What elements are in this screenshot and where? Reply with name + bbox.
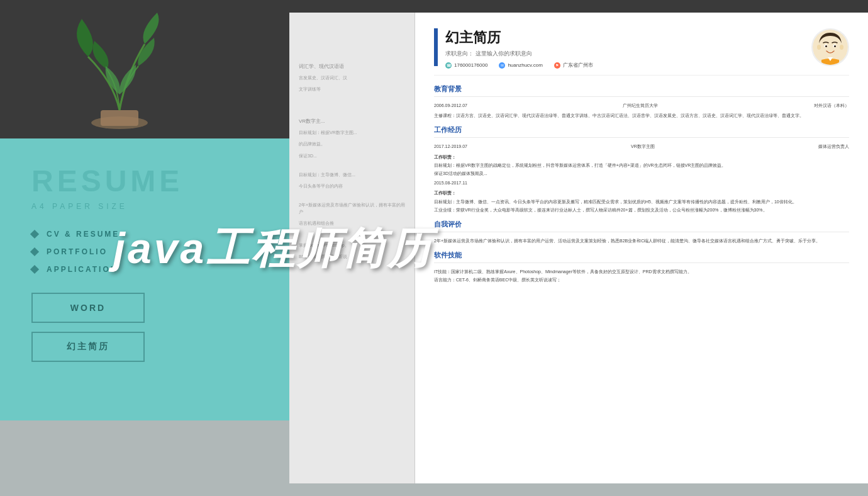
doc-self-title: 自我评价: [434, 220, 849, 232]
doc-left-text-1: 词汇学、现代汉语语: [299, 63, 405, 70]
doc-skill-2: 语言能力：CET-6、剑桥商务英语BEC中级、撰长英文听说读写；: [434, 276, 849, 283]
doc-work2-achievement: 工业业绩：荣获VR行业金奖，大众电影等高级软文，接连来访行业达标人士，撰写人物采…: [434, 206, 849, 213]
doc-work-row2: 2015.08-2017.11: [434, 179, 849, 188]
doc-work1-date: 2017.12-2019.07: [434, 143, 467, 150]
doc-edu-school: 广州纪生简历大学: [623, 102, 658, 109]
doc-work-title: 工作经历: [434, 125, 849, 138]
diamond-icon-3: [30, 265, 39, 274]
doc-skills-title: 软件技能: [434, 251, 849, 263]
doc-work2-role: 工作职责：: [434, 189, 849, 196]
doc-work1-role: 工作职责：: [434, 154, 849, 161]
doc-intent-label: 求职意向：: [445, 50, 474, 57]
svg-rect-1: [101, 110, 138, 126]
doc-work1-pos: 媒体运营负责人: [818, 143, 849, 150]
doc-blue-bar: [434, 28, 438, 66]
resume-title: RESUME: [31, 164, 270, 198]
doc-work2-desc: 目标规划：主导微博、微信、一点资讯、今日头条等平台的内容更新及搬写，精准匹配受众…: [434, 198, 849, 205]
doc-avatar: [811, 28, 849, 66]
doc-left-text-10: 2年+新媒体运营及市场推广体验和认识，拥有丰富的用户: [299, 202, 405, 215]
doc-location: ⚑ 广东省广州市: [554, 62, 593, 69]
button-group: WORD 幻主简历: [31, 293, 270, 362]
doc-work1-desc: 目标规划：根据VR数字主图的战略定位，系统规划粉丝，抖音等新媒体运营体系，打造「…: [434, 162, 849, 169]
doc-contact-row: ☎ 176000176000 ✉ huanzhucv.com ⚑ 广东省广州市: [445, 62, 811, 69]
diamond-icon-2: [30, 247, 39, 256]
menu-label-cv: CV & RESUME: [47, 230, 120, 239]
word-button[interactable]: WORD: [31, 293, 145, 323]
huanzhu-button[interactable]: 幻主简历: [31, 332, 145, 362]
diamond-icon: [30, 230, 39, 239]
left-panel: RESUME A4 PAPER SIZE CV & RESUME PORTFOL…: [0, 138, 302, 420]
svg-point-8: [840, 45, 843, 50]
doc-work2-date: 2015.08-2017.11: [434, 179, 467, 186]
doc-work1-cont: 保证3D活动的媒体预期及...: [434, 170, 849, 177]
doc-edu-date: 2006.09-2012.07: [434, 102, 467, 109]
doc-email: ✉ huanzhucv.com: [499, 62, 542, 69]
doc-skill-1: IT技能：国家计算机二级、熟练掌握Axure、Photoshop、Mindman…: [434, 268, 849, 275]
doc-left-text-8: 目标规划：主导微博、微信...: [299, 172, 405, 179]
doc-work1-company: VR数字主图: [631, 143, 655, 150]
doc-header: 幻主简历 求职意向： 这里输入你的求职意向 ☎ 176000176000 ✉ h…: [434, 28, 849, 76]
doc-left-text-6: 的品牌效益。: [299, 141, 405, 148]
doc-self-content: 2年+新媒体运营及市场推广体验和认识，拥有丰富的用户运营、活动运营及文案策划经验…: [434, 237, 849, 244]
doc-intent: 求职意向： 这里输入你的求职意向: [445, 50, 811, 58]
doc-edu-row: 2006.09-2012.07 广州纪生简历大学 对外汉语（本科）: [434, 102, 849, 110]
phone-icon: ☎: [445, 62, 452, 69]
doc-left-text-2: 言发展史、汉语词汇、汉: [299, 75, 405, 81]
doc-education-title: 教育背景: [434, 84, 849, 97]
resume-subtitle: A4 PAPER SIZE: [31, 202, 270, 211]
menu-label-portfolio: PORTFOLIO: [47, 247, 108, 256]
doc-edu-degree: 对外汉语（本科）: [814, 102, 849, 109]
doc-left-text-7: 保证3D...: [299, 153, 405, 159]
svg-point-5: [825, 45, 827, 47]
email-icon: ✉: [499, 62, 505, 69]
doc-left-text-4: VR数字主...: [299, 118, 405, 125]
doc-intent-value: 这里输入你的求职意向: [476, 50, 532, 57]
doc-name-block: 幻主简历 求职意向： 这里输入你的求职意向 ☎ 176000176000 ✉ h…: [445, 28, 811, 69]
svg-point-6: [834, 45, 836, 47]
doc-phone: ☎ 176000176000: [445, 62, 487, 69]
menu-label-application: APPLICATION: [47, 265, 118, 274]
doc-work-row1: 2017.12-2019.07 VR数字主图 媒体运营负责人: [434, 143, 849, 151]
overlay-title: java工程师简历: [113, 220, 433, 278]
doc-left-text-3: 文字训练等: [299, 86, 405, 93]
doc-left-text-5: 目标规划：根据VR数字主图...: [299, 130, 405, 137]
doc-main-page: 幻主简历 求职意向： 这里输入你的求职意向 ☎ 176000176000 ✉ h…: [415, 13, 868, 483]
svg-point-7: [817, 45, 821, 50]
doc-left-text-9: 今日头条等平台的内容: [299, 183, 405, 189]
doc-edu-desc: 主修课程：汉语方言、汉语史、汉语词汇学、现代汉语语法绿等、普通文字训练、中古汉语…: [434, 112, 849, 119]
location-icon: ⚑: [554, 62, 560, 69]
doc-person-name: 幻主简历: [445, 28, 811, 47]
plant-decoration: [50, 6, 189, 132]
